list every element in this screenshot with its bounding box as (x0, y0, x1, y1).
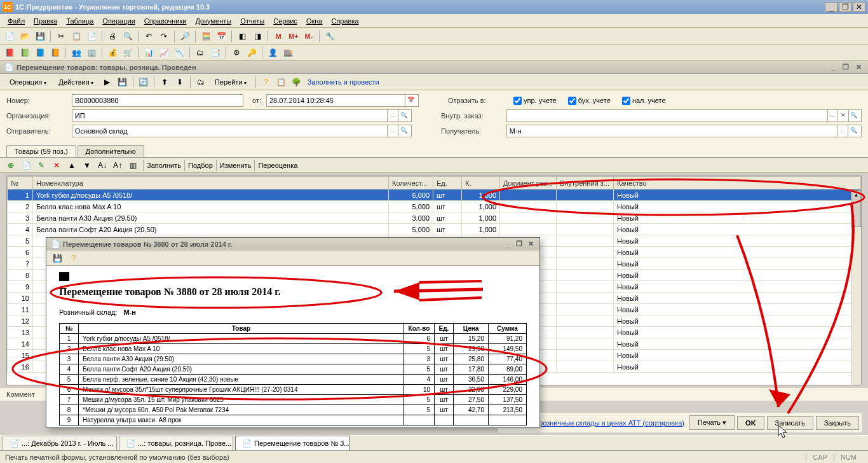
popup-maximize-button[interactable]: ❐ (514, 240, 524, 249)
gt-add-icon[interactable]: ⊕ (4, 158, 18, 172)
scroll-thumb[interactable] (851, 202, 861, 227)
tb-new-icon[interactable]: 📄 (3, 29, 17, 43)
col-k[interactable]: К. (462, 177, 500, 190)
col-name[interactable]: Номенклатура (33, 177, 389, 190)
tb-calendar-icon[interactable]: 📅 (214, 29, 228, 43)
tb2-2-icon[interactable]: 📗 (18, 46, 32, 60)
col-qty[interactable]: Количест... (389, 177, 433, 190)
tb-undo-icon[interactable]: ↶ (142, 29, 156, 43)
sender-select-icon[interactable]: … (387, 125, 398, 137)
popup-titlebar[interactable]: 📄 Перемещение товаров № 3880 от 28 июля … (46, 238, 539, 251)
goto-dropdown[interactable]: Перейти (209, 76, 252, 88)
minimize-button[interactable]: _ (825, 2, 837, 12)
receiver-open-icon[interactable]: 🔍 (848, 125, 858, 137)
mdi-minimize-button[interactable]: _ (827, 63, 839, 72)
org-field[interactable]: … 🔍 (72, 109, 412, 122)
table-row[interactable]: 4Белла панти Софт A20 Акция (20,50)5,000… (8, 224, 861, 235)
gt-select-button[interactable]: Подбор (188, 162, 213, 169)
tb-preview-icon[interactable]: 🔍 (121, 29, 135, 43)
scroll-up-icon[interactable]: ▲ (851, 190, 861, 200)
menu-reports[interactable]: Отчеты (236, 16, 268, 26)
number-field[interactable] (72, 94, 243, 107)
tb2-16-icon[interactable]: 👤 (266, 46, 280, 60)
dt-up-icon[interactable]: ⬆ (158, 75, 172, 89)
taskbar-item-1[interactable]: 📄...: Декабрь 2013 г. - Июль ... (3, 436, 117, 451)
menu-documents[interactable]: Документы (191, 16, 235, 26)
taskbar-item-2[interactable]: 📄...: товары, розница. Прове... (119, 436, 233, 451)
table-row[interactable]: 1York губки д/посуды А5 /0518/6,000шт1,0… (8, 190, 861, 201)
dt-down-icon[interactable]: ⬇ (173, 75, 187, 89)
tb-m-icon[interactable]: M (271, 29, 285, 43)
org-open-icon[interactable]: 🔍 (398, 110, 409, 121)
gt-up-icon[interactable]: ▲ (65, 158, 79, 172)
ok-button[interactable]: OK (737, 416, 764, 430)
col-quality[interactable]: Качество (614, 177, 861, 190)
operation-dropdown[interactable]: Операция (4, 76, 52, 88)
tb-print-icon[interactable]: 🖨 (105, 29, 119, 43)
tb-misc2-icon[interactable]: ◨ (250, 29, 264, 43)
mdi-restore-button[interactable]: ❐ (840, 63, 851, 72)
close-button[interactable]: ✕ (853, 2, 865, 12)
tb-calc-icon[interactable]: 🧮 (199, 29, 213, 43)
dt-refresh-icon[interactable]: 🔄 (137, 75, 151, 89)
col-n[interactable]: № (8, 177, 33, 190)
tb2-7-icon[interactable]: 💰 (105, 46, 119, 60)
gt-sort-desc-icon[interactable]: A↑ (111, 158, 125, 172)
tab-extra[interactable]: Дополнительно (78, 145, 144, 157)
gt-edit-icon[interactable]: ✎ (34, 158, 48, 172)
dt-list-icon[interactable]: 📋 (275, 75, 288, 89)
print-button[interactable]: Печать ▾ (689, 415, 735, 430)
tb-find-icon[interactable]: 🔎 (178, 29, 192, 43)
tb2-11-icon[interactable]: 📉 (172, 46, 186, 60)
sender-open-icon[interactable]: 🔍 (398, 125, 409, 137)
col-intord[interactable]: Внутренний з... (557, 177, 614, 190)
tb-cut-icon[interactable]: ✂ (54, 29, 68, 43)
dt-post-icon[interactable]: ▶ (100, 75, 114, 89)
table-row[interactable]: 2Белла клас.нова Max A 105,000шт1,000Нов… (8, 201, 861, 212)
popup-save-icon[interactable]: 💾 (50, 251, 64, 265)
receiver-field[interactable]: … 🔍 (506, 125, 862, 137)
tb2-8-icon[interactable]: 🛒 (121, 46, 135, 60)
tb-mplus-icon[interactable]: M+ (287, 29, 301, 43)
mdi-close-button[interactable]: ✕ (853, 63, 864, 72)
tb2-13-icon[interactable]: 📑 (208, 46, 222, 60)
tb-mminus-icon[interactable]: M- (302, 29, 316, 43)
chk-upr[interactable]: упр. учете (513, 97, 557, 105)
popup-minimize-button[interactable]: _ (503, 240, 513, 249)
tb-paste-icon[interactable]: 📄 (85, 29, 98, 43)
tb2-5-icon[interactable]: 👥 (69, 46, 83, 60)
tb-copy-icon[interactable]: 📋 (69, 29, 83, 43)
gt-delete-icon[interactable]: ✕ (50, 158, 64, 172)
grid-scrollbar[interactable]: ▲ (851, 190, 861, 385)
gt-down-icon[interactable]: ▼ (80, 158, 94, 172)
tb2-9-icon[interactable]: 📊 (142, 46, 156, 60)
save-button[interactable]: Записать (767, 416, 813, 430)
tb2-1-icon[interactable]: 📕 (3, 46, 17, 60)
tb2-12-icon[interactable]: 🗂 (193, 46, 207, 60)
menu-operations[interactable]: Операции (98, 16, 139, 26)
tb2-6-icon[interactable]: 🏢 (85, 46, 98, 60)
tb-open-icon[interactable]: 📂 (18, 29, 32, 43)
close-button-form[interactable]: Закрыть (816, 416, 859, 430)
tab-goods[interactable]: Товары (59 поз.) (6, 145, 76, 157)
popup-help-icon[interactable]: ? (67, 251, 81, 265)
org-select-icon[interactable]: … (387, 110, 398, 121)
gt-change-button[interactable]: Изменить (220, 162, 252, 169)
col-unit[interactable]: Ед. (433, 177, 462, 190)
tb-save-icon[interactable]: 💾 (33, 29, 47, 43)
tb-redo-icon[interactable]: ↷ (157, 29, 171, 43)
io-clear-icon[interactable]: ✕ (837, 110, 848, 121)
menu-service[interactable]: Сервис (269, 16, 301, 26)
tb2-14-icon[interactable]: ⚙ (229, 46, 243, 60)
gt-revalue-button[interactable]: Переоценка (258, 162, 297, 169)
table-row[interactable]: 3Белла панти A30 Акция (29.50)3,000шт1,0… (8, 212, 861, 224)
taskbar-item-3[interactable]: 📄Перемещение товаров № 3... (235, 436, 349, 451)
chk-nal[interactable]: нал. учете (622, 97, 666, 105)
col-docres[interactable]: Документ рез... (500, 177, 557, 190)
popup-body[interactable]: Перемещение товаров № 3880 от 28 июля 20… (46, 266, 539, 427)
dt-tree-icon[interactable]: 🌳 (290, 75, 304, 89)
tb2-17-icon[interactable]: 🏬 (281, 46, 295, 60)
calendar-icon[interactable]: 📅 (405, 95, 416, 106)
popup-close-button[interactable]: ✕ (526, 240, 536, 249)
actions-dropdown[interactable]: Действия (53, 76, 99, 88)
